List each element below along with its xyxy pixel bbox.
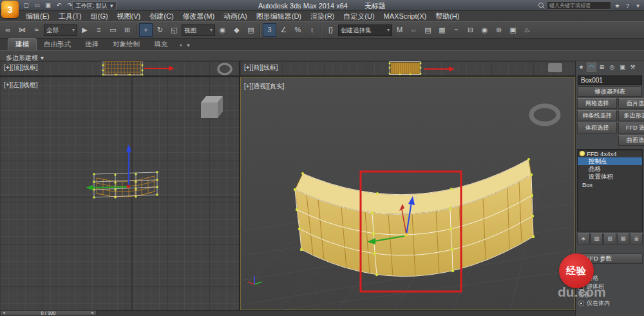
viewport-perspective[interactable]: z [+][透视][真实]	[240, 77, 575, 310]
tab-selection[interactable]: 选择	[78, 39, 106, 50]
ribbon-toggle-icon[interactable]: ▦	[435, 23, 449, 37]
viewcube[interactable]	[531, 106, 558, 124]
box-object-front-view[interactable]	[390, 62, 421, 75]
modifier-enabled-bulb-icon[interactable]	[580, 151, 585, 156]
viewport-left[interactable]: [+][左][线框]	[0, 77, 239, 310]
schematic-view-icon[interactable]: ⊟	[464, 23, 477, 37]
show-end-result-icon[interactable]: ▥	[591, 233, 603, 244]
previous-frame-icon[interactable]: ◄	[2, 311, 6, 315]
transform-gizmo[interactable]	[86, 144, 131, 190]
favorites-star-icon[interactable]: ★	[613, 3, 621, 9]
bind-to-space-warp-icon[interactable]: ≈	[30, 23, 43, 37]
select-by-name-icon[interactable]: ≡	[92, 23, 106, 37]
keyboard-shortcut-override-icon[interactable]: ▤	[244, 23, 258, 37]
new-scene-icon[interactable]: ▢	[21, 1, 31, 10]
rendered-frame-icon[interactable]: ▣	[506, 23, 520, 37]
material-editor-icon[interactable]: ◉	[478, 23, 491, 37]
menu-group[interactable]: 组(G)	[86, 11, 113, 21]
modifier-button-mesh-select[interactable]: 网格选择	[577, 98, 617, 109]
reference-coordinate-dropdown[interactable]: 视图▾	[182, 25, 215, 36]
search-input[interactable]	[547, 1, 611, 10]
make-unique-icon[interactable]: ⊞	[603, 233, 616, 244]
menu-rendering[interactable]: 渲染(R)	[306, 11, 339, 21]
track-bar[interactable]	[97, 310, 575, 316]
percent-snap-icon[interactable]: %	[291, 23, 305, 37]
menu-edit[interactable]: 编辑(E)	[21, 11, 54, 21]
box-object-top-view[interactable]	[105, 61, 140, 75]
viewport-label-front[interactable]: [+][前][线框]	[244, 63, 278, 72]
stack-item-control-points[interactable]: 控制点	[578, 157, 642, 165]
menu-customize[interactable]: 自定义(U)	[339, 11, 379, 21]
next-frame-icon[interactable]: ►	[91, 311, 95, 315]
create-tab-icon[interactable]: ★	[576, 63, 586, 72]
modify-tab-icon[interactable]: ◠	[587, 63, 596, 72]
menu-views[interactable]: 视图(V)	[113, 11, 146, 21]
tab-freeform[interactable]: 自由形式	[37, 39, 78, 50]
viewport-front[interactable]: [+][前][线框]	[240, 61, 575, 75]
time-slider[interactable]: ◄ 0 / 100 ►	[0, 310, 97, 316]
menu-maxscript[interactable]: MAXScript(X)	[379, 11, 431, 21]
display-tab-icon[interactable]: ▣	[618, 63, 627, 72]
ribbon-minimize-icon[interactable]: ▪	[180, 42, 182, 50]
modifier-list-dropdown[interactable]: 修改器列表	[578, 86, 642, 97]
menu-tools[interactable]: 工具(T)	[54, 11, 86, 21]
rectangular-selection-region-icon[interactable]: ▭	[106, 23, 120, 37]
select-object-icon[interactable]: ▶	[78, 23, 91, 37]
workspace-selector[interactable]: 工作区: 默认 ▾	[72, 1, 117, 10]
select-and-rotate-icon[interactable]: ↻	[153, 23, 167, 37]
ribbon-menu-icon[interactable]: ▾	[187, 42, 190, 50]
tab-populate[interactable]: 填充	[147, 39, 175, 50]
select-and-scale-icon[interactable]: ◱	[167, 23, 181, 37]
unlink-selection-icon[interactable]: ⋈	[15, 23, 29, 37]
configure-modifier-sets-icon[interactable]: ≣	[630, 233, 643, 244]
curve-editor-icon[interactable]: ~	[450, 23, 463, 37]
use-pivot-center-icon[interactable]: ◉	[216, 23, 229, 37]
utilities-tab-icon[interactable]: ⚒	[628, 63, 638, 72]
only-in-volume-radio[interactable]	[578, 301, 584, 306]
modifier-button-spline-select[interactable]: 样条线选择	[577, 110, 617, 121]
pin-stack-icon[interactable]: ∗	[577, 233, 590, 244]
select-and-move-icon[interactable]: +	[139, 23, 153, 37]
modifier-button-poly-select[interactable]: 多边形选择	[618, 110, 644, 121]
edit-named-selection-sets-icon[interactable]: {}	[324, 23, 337, 37]
snaps-toggle-icon[interactable]: 3	[263, 23, 276, 37]
motion-tab-icon[interactable]: ◎	[607, 63, 617, 72]
mirror-icon[interactable]: M	[393, 23, 406, 37]
save-file-icon[interactable]: ▣	[43, 1, 53, 10]
titlebar-menu-icon[interactable]: ▾	[634, 3, 642, 9]
hierarchy-tab-icon[interactable]: ⊞	[597, 63, 607, 72]
spinner-snap-icon[interactable]: ↕	[305, 23, 319, 37]
stack-item-set-volume[interactable]: 设置体积	[578, 173, 642, 181]
layer-manager-icon[interactable]: ▤	[421, 23, 435, 37]
open-file-icon[interactable]: ▭	[32, 1, 42, 10]
app-logo-icon[interactable]: 3	[1, 1, 19, 18]
object-name-field[interactable]: Box001	[578, 75, 642, 85]
x-axis-gizmo-arrow[interactable]	[144, 66, 175, 71]
menu-graph-editors[interactable]: 图形编辑器(D)	[252, 11, 306, 21]
modifier-button-volume-select[interactable]: 体积选择	[577, 123, 617, 133]
modifier-button-patch-select[interactable]: 面片选择	[618, 98, 644, 109]
align-icon[interactable]: ⇔	[407, 23, 421, 37]
stack-item-box[interactable]: Box	[578, 181, 642, 188]
tab-object-paint[interactable]: 对象绘制	[106, 39, 147, 50]
viewport-top[interactable]: [+][顶][线框]	[0, 61, 239, 75]
tab-modeling[interactable]: 建模	[8, 38, 37, 50]
viewcube-box[interactable]	[548, 63, 562, 72]
select-and-link-icon[interactable]: ∞	[1, 23, 15, 37]
select-and-manipulate-icon[interactable]: ◆	[230, 23, 243, 37]
angle-snap-icon[interactable]: ∠	[277, 23, 290, 37]
render-icon[interactable]: ♨	[520, 23, 534, 37]
menu-create[interactable]: 创建(C)	[145, 11, 178, 21]
viewport-label-perspective[interactable]: [+][透视][真实]	[244, 82, 285, 91]
named-selection-set-combo[interactable]: 创建选择集▾	[338, 25, 392, 36]
viewport-label-left[interactable]: [+][左][线框]	[4, 81, 38, 90]
stack-item-lattice[interactable]: 晶格	[578, 165, 642, 173]
stack-item-ffd-4x4x4[interactable]: FFD 4x4x4	[578, 150, 642, 157]
viewport-label-top[interactable]: [+][顶][线框]	[4, 63, 38, 72]
modifier-button-surface-select[interactable]: 曲面选择	[618, 135, 644, 146]
modifier-button-ffd-select[interactable]: FFD 选择	[618, 123, 644, 133]
ffd-box-object[interactable]	[295, 159, 533, 276]
viewcube[interactable]	[201, 96, 223, 118]
x-axis-gizmo-arrow[interactable]	[424, 66, 455, 72]
render-setup-icon[interactable]: ⊛	[492, 23, 506, 37]
